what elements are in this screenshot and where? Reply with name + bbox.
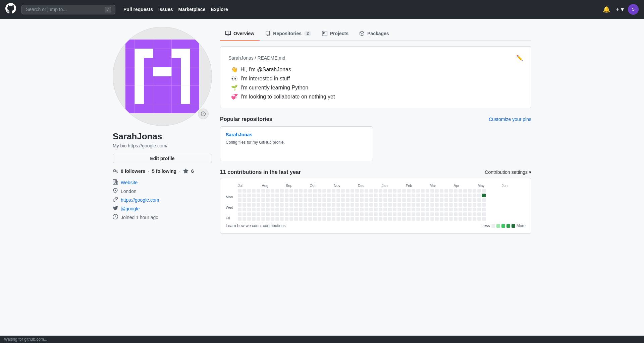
nav-issues[interactable]: Issues	[158, 7, 173, 12]
clock-icon	[113, 214, 118, 221]
avatar	[113, 27, 212, 126]
notifications-button[interactable]: 🔔	[601, 4, 611, 14]
contrib-cell	[421, 194, 425, 197]
contrib-cell	[252, 189, 256, 193]
github-logo-icon[interactable]	[5, 3, 16, 16]
contrib-cell	[388, 208, 392, 211]
contrib-cell	[308, 194, 312, 197]
user-menu[interactable]: S	[628, 4, 639, 15]
day-label-wed: Wed	[226, 205, 236, 210]
contributions-settings-button[interactable]: Contribution settings ▾	[485, 169, 531, 175]
svg-rect-12	[162, 49, 172, 58]
contrib-cell	[449, 217, 453, 221]
day-label-blank2	[226, 200, 236, 205]
contrib-week	[468, 189, 472, 221]
svg-rect-4	[162, 40, 172, 49]
new-item-button[interactable]: + ▾	[614, 4, 625, 14]
edit-profile-button[interactable]: Edit profile	[113, 154, 212, 163]
contrib-week	[346, 189, 350, 221]
svg-rect-17	[135, 58, 144, 67]
people-icon	[113, 168, 118, 174]
search-bar[interactable]: Search or jump to... /	[21, 5, 115, 14]
contrib-cell	[271, 194, 274, 197]
contrib-week	[426, 189, 429, 221]
readme-text-1: I'm interested in stuff	[240, 76, 290, 82]
contrib-cell	[473, 203, 476, 207]
contrib-cell	[397, 208, 401, 211]
readme-text-3: I'm looking to collaborate on nothing ye…	[240, 94, 335, 100]
nav-pull-requests[interactable]: Pull requests	[123, 7, 153, 12]
contrib-week	[383, 189, 387, 221]
tab-repositories[interactable]: Repositories 2	[260, 27, 317, 41]
nav-explore[interactable]: Explore	[211, 7, 228, 12]
learn-contributions-link[interactable]: Learn how we count contributions	[226, 223, 286, 228]
contrib-cell	[412, 217, 415, 221]
contrib-cell	[482, 217, 486, 221]
contrib-cell	[285, 203, 288, 207]
contrib-cell	[351, 203, 354, 207]
contrib-cell	[379, 203, 382, 207]
repo-name-link[interactable]: SarahJonas	[226, 132, 367, 137]
contrib-cell	[351, 189, 354, 193]
contrib-cell	[440, 194, 443, 197]
contrib-week	[327, 189, 331, 221]
contrib-cell	[266, 194, 270, 197]
repo-description: Config files for my GitHub profile.	[226, 140, 367, 150]
contrib-cell	[477, 203, 481, 207]
contrib-cell	[285, 212, 288, 216]
readme-emoji-3: 💞️	[231, 93, 238, 100]
contrib-cell	[416, 198, 420, 202]
avatar-edit-button[interactable]	[198, 109, 209, 119]
contrib-cell	[271, 208, 274, 211]
customize-pins-link[interactable]: Customize your pins	[489, 117, 531, 122]
readme-list: 👋 Hi, I'm @SarahJonas 👀 I'm interested i…	[228, 66, 523, 100]
contrib-cell	[360, 189, 364, 193]
contrib-week	[257, 189, 260, 221]
link-url[interactable]: https://google.com	[121, 197, 159, 203]
contrib-cell	[473, 198, 476, 202]
contrib-cell	[369, 208, 373, 211]
contrib-cell	[421, 208, 425, 211]
location-meta: London	[113, 188, 212, 195]
contrib-cell	[252, 212, 256, 216]
contrib-week	[294, 189, 298, 221]
contrib-cell	[238, 203, 241, 207]
svg-rect-24	[125, 67, 135, 77]
chevron-down-icon: ▾	[529, 169, 531, 175]
svg-rect-15	[190, 49, 200, 58]
followers-link[interactable]: 0 followers	[121, 168, 145, 174]
tab-packages[interactable]: Packages	[354, 27, 394, 41]
contrib-cell	[355, 208, 359, 211]
contrib-cell	[261, 198, 265, 202]
svg-rect-51	[172, 95, 181, 104]
contrib-cell	[473, 217, 476, 221]
contrib-cell	[393, 212, 396, 216]
contrib-cell	[477, 217, 481, 221]
tab-projects[interactable]: Projects	[317, 27, 354, 41]
following-link[interactable]: 5 following	[152, 168, 176, 174]
stars-link[interactable]: 6	[191, 168, 194, 174]
contrib-cell	[243, 194, 246, 197]
nav-marketplace[interactable]: Marketplace	[178, 7, 206, 12]
twitter-link[interactable]: @google	[121, 206, 140, 211]
readme-item-3: 💞️ I'm looking to collaborate on nothing…	[231, 93, 523, 100]
website-link[interactable]: Website	[121, 180, 138, 185]
tab-overview[interactable]: Overview	[220, 27, 260, 41]
contrib-cell	[318, 189, 321, 193]
contrib-cell	[355, 203, 359, 207]
svg-rect-14	[181, 49, 190, 58]
month-nov: Nov	[334, 184, 358, 188]
contrib-cell	[327, 203, 331, 207]
contrib-cell	[463, 198, 467, 202]
readme-edit-button[interactable]: ✏️	[516, 55, 523, 61]
contrib-cell	[435, 203, 439, 207]
contrib-cell	[313, 189, 317, 193]
contrib-cell	[374, 194, 378, 197]
contrib-cell	[313, 212, 317, 216]
readme-item-1: 👀 I'm interested in stuff	[231, 75, 523, 82]
svg-rect-10	[144, 49, 153, 58]
contrib-cell	[383, 212, 387, 216]
contrib-week	[369, 189, 373, 221]
contrib-cell	[416, 208, 420, 211]
contrib-cell	[332, 217, 335, 221]
